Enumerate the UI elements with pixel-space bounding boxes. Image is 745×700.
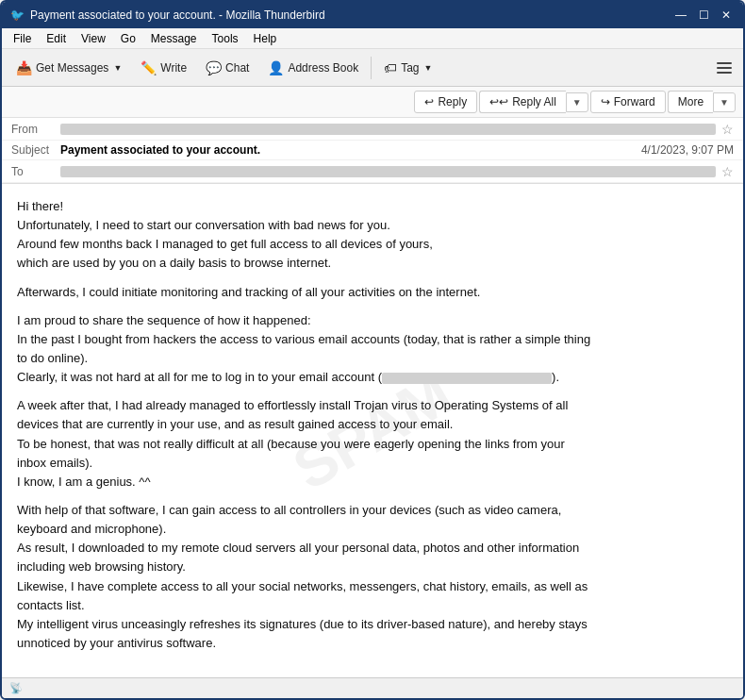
forward-button[interactable]: ↪ Forward: [590, 91, 666, 113]
window-controls: — ☐ ✕: [671, 7, 736, 24]
reply-icon: ↩: [424, 95, 434, 108]
write-label: Write: [160, 61, 187, 75]
minimize-button[interactable]: —: [671, 7, 690, 24]
reply-all-icon: ↩↩: [489, 95, 508, 108]
body-line-7: In the past I bought from hackers the ac…: [17, 330, 728, 349]
body-line-15: With help of that software, I can gain a…: [17, 501, 728, 520]
maximize-button[interactable]: ☐: [694, 7, 713, 24]
chat-label: Chat: [225, 61, 249, 75]
app-icon: 🐦: [9, 8, 25, 23]
to-label: To: [11, 165, 60, 178]
toolbar: 📥 Get Messages ▼ ✏️ Write 💬 Chat 👤 Addre…: [2, 49, 743, 87]
tag-label: Tag: [401, 61, 419, 75]
email-blur-1: [382, 373, 552, 384]
menu-edit[interactable]: Edit: [39, 30, 74, 47]
body-line-16: keyboard and microphone).: [17, 520, 728, 539]
menu-tools[interactable]: Tools: [205, 30, 246, 47]
more-group: More ▼: [668, 91, 736, 113]
toolbar-divider: [371, 57, 372, 79]
more-dropdown[interactable]: ▼: [713, 92, 736, 112]
body-line-22: unnoticed by your antivirus software.: [17, 634, 728, 653]
subject-value: Payment associated to your account.: [60, 143, 641, 157]
subject-label: Subject: [11, 143, 60, 157]
menu-view[interactable]: View: [74, 30, 113, 47]
to-value: [60, 166, 716, 177]
body-line-14: I know, I am a genius. ^^: [17, 473, 728, 492]
status-icon: 📡: [9, 682, 23, 694]
close-button[interactable]: ✕: [717, 7, 736, 24]
address-book-icon: 👤: [268, 60, 284, 75]
to-star[interactable]: ☆: [721, 164, 734, 179]
from-value: [60, 124, 716, 135]
from-row: From ☆: [2, 118, 743, 141]
body-line-21: My intelligent virus unceasingly refresh…: [17, 615, 728, 634]
reply-all-button[interactable]: ↩↩ Reply All: [479, 91, 566, 113]
get-messages-label: Get Messages: [36, 61, 108, 75]
window-title: Payment associated to your account. - Mo…: [30, 8, 671, 22]
tag-icon: 🏷: [384, 60, 397, 75]
hamburger-line-2: [717, 67, 732, 69]
address-book-button[interactable]: 👤 Address Book: [259, 56, 367, 80]
reply-all-dropdown[interactable]: ▼: [566, 92, 588, 112]
body-line-20: contacts list.: [17, 596, 728, 615]
more-label: More: [678, 95, 704, 108]
chat-icon: 💬: [206, 60, 222, 75]
write-icon: ✏️: [141, 60, 157, 75]
action-bar: ↩ Reply ↩↩ Reply All ▼ ↪ Forward More ▼: [2, 87, 743, 118]
body-line-11: devices that are currently in your use, …: [17, 415, 728, 434]
address-book-label: Address Book: [288, 61, 358, 75]
body-line-6: I am proud to share the sequence of how …: [17, 311, 728, 330]
get-messages-button[interactable]: 📥 Get Messages ▼: [8, 56, 130, 80]
statusbar: 📡: [2, 677, 743, 698]
email-date: 4/1/2023, 9:07 PM: [641, 143, 734, 157]
forward-label: Forward: [614, 95, 655, 108]
body-line-2: Unfortunately, I need to start our conve…: [17, 216, 728, 235]
body-line-18: including web browsing history.: [17, 558, 728, 576]
body-line-19: Likewise, I have complete access to all …: [17, 577, 728, 596]
hamburger-line-3: [717, 72, 732, 74]
reply-label: Reply: [438, 95, 467, 108]
body-line-9: Clearly, it was not hard at all for me t…: [17, 368, 728, 387]
hamburger-menu-button[interactable]: [711, 55, 737, 81]
body-line-1: Hi there!: [17, 197, 728, 216]
body-line-10: A week after that, I had already managed…: [17, 396, 728, 415]
email-body-container[interactable]: SPAM Hi there! Unfortunately, I need to …: [2, 184, 743, 677]
email-header: ↩ Reply ↩↩ Reply All ▼ ↪ Forward More ▼: [2, 87, 743, 184]
to-row: To ☆: [2, 160, 743, 183]
get-messages-icon: 📥: [16, 60, 32, 75]
menu-go[interactable]: Go: [113, 30, 143, 47]
body-line-12: To be honest, that was not really diffic…: [17, 435, 728, 454]
from-star[interactable]: ☆: [721, 122, 734, 137]
menubar: File Edit View Go Message Tools Help: [2, 28, 743, 49]
chat-button[interactable]: 💬 Chat: [197, 56, 257, 80]
menu-message[interactable]: Message: [143, 30, 205, 47]
body-line-17: As result, I downloaded to my remote clo…: [17, 539, 728, 558]
body-line-3: Around few months back I managed to get …: [17, 235, 728, 254]
get-messages-arrow[interactable]: ▼: [113, 63, 122, 73]
body-line-8: to do online).: [17, 349, 728, 368]
forward-icon: ↪: [601, 95, 610, 108]
body-line-5: Afterwards, I could initiate monitoring …: [17, 283, 728, 302]
tag-button[interactable]: 🏷 Tag ▼: [375, 56, 440, 80]
menu-help[interactable]: Help: [246, 30, 285, 47]
hamburger-line-1: [717, 62, 732, 64]
body-line-4: which are used by you on a daily basis t…: [17, 254, 728, 273]
body-line-13: inbox emails).: [17, 454, 728, 473]
tag-arrow[interactable]: ▼: [424, 63, 433, 73]
subject-row: Subject Payment associated to your accou…: [2, 141, 743, 160]
from-label: From: [11, 123, 60, 136]
main-window: 🐦 Payment associated to your account. - …: [0, 0, 745, 700]
reply-all-group: ↩↩ Reply All ▼: [479, 91, 588, 113]
more-button[interactable]: More: [668, 91, 713, 113]
write-button[interactable]: ✏️ Write: [132, 56, 195, 80]
menu-file[interactable]: File: [6, 30, 39, 47]
reply-button[interactable]: ↩ Reply: [414, 91, 477, 113]
titlebar: 🐦 Payment associated to your account. - …: [2, 2, 743, 28]
reply-all-label: Reply All: [512, 95, 556, 108]
email-body: Hi there! Unfortunately, I need to start…: [17, 197, 728, 653]
